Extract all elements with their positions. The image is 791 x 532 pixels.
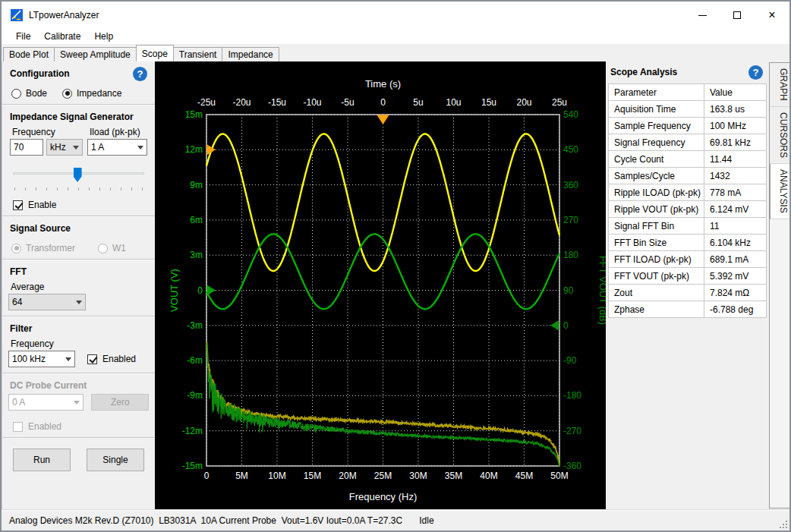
svg-text:90: 90 (563, 285, 574, 296)
iload-select[interactable]: 1 A (87, 139, 147, 156)
divider (2, 373, 155, 374)
radio-transformer-label: Transformer (26, 243, 75, 253)
svg-text:-270: -270 (563, 426, 581, 436)
tab-impedance[interactable]: Impedance (222, 47, 279, 61)
value-cell: 1432 (704, 168, 767, 184)
vout-axis-title: VOUT (V) (169, 269, 180, 312)
analysis-title: Scope Analysis (608, 64, 767, 82)
filter-title: Filter (8, 321, 149, 335)
time-zero-marker[interactable] (377, 115, 389, 125)
svg-text:10M: 10M (268, 471, 285, 481)
svg-text:-6m: -6m (187, 355, 203, 366)
svg-text:15M: 15M (304, 471, 321, 481)
minimize-icon (698, 15, 707, 16)
scope-plot: -25u-20u-15u-10u-5u05u10u15u20u25u05M10M… (155, 61, 606, 509)
svg-text:3m: 3m (190, 250, 203, 260)
svg-text:45M: 45M (515, 471, 533, 481)
frequency-unit-select[interactable]: kHz (46, 139, 83, 156)
filter-frequency-label: Frequency (11, 338, 149, 349)
filter-frequency-select[interactable]: 100 kHz (8, 351, 75, 367)
chevron-down-icon (65, 357, 71, 361)
fft-average-select[interactable]: 64 (8, 294, 86, 310)
frequency-input[interactable]: 70 (10, 139, 43, 156)
analysis-help-icon[interactable]: ? (748, 65, 763, 80)
fft-ref-marker[interactable] (550, 320, 559, 331)
fft-axis-title: FFT VOUT (dB) (597, 256, 606, 325)
value-cell: 11.44 (704, 151, 767, 168)
slider-thumb[interactable] (74, 168, 82, 182)
radio-transformer (11, 244, 21, 253)
frequency-axis-title: Frequency (Hz) (349, 491, 418, 502)
parameter-cell: Ripple ILOAD (pk-pk) (609, 184, 704, 201)
radio-impedance[interactable] (62, 89, 72, 99)
value-cell: 69.81 kHz (704, 134, 767, 151)
signal-source-title: Signal Source (8, 221, 149, 235)
radio-impedance-label[interactable]: Impedance (77, 88, 121, 99)
divider (2, 104, 155, 105)
amplitude-slider[interactable] (13, 168, 144, 190)
svg-text:-9m: -9m (187, 390, 203, 401)
table-row: Zout7.824 mΩ (609, 285, 767, 301)
svg-text:20M: 20M (339, 471, 356, 481)
enable-label[interactable]: Enable (28, 200, 56, 210)
side-tab-analysis[interactable]: ANALYSIS (770, 164, 789, 219)
filter-enabled-label[interactable]: Enabled (102, 354, 136, 364)
value-cell: 6.124 mV (704, 201, 767, 218)
iload-value: 1 A (91, 142, 104, 153)
svg-text:9m: 9m (190, 180, 203, 190)
svg-text:-180: -180 (563, 390, 581, 401)
radio-bode[interactable] (11, 89, 21, 99)
configuration-title: Configuration (8, 66, 149, 80)
menu-item-help[interactable]: Help (87, 30, 120, 43)
table-row: Signal FFT Bin11 (609, 218, 767, 235)
table-row: Cycle Count11.44 (609, 151, 767, 168)
svg-text:-15m: -15m (182, 461, 203, 471)
run-button[interactable]: Run (13, 449, 71, 471)
table-row: Aquisition Time163.8 us (609, 101, 767, 118)
tab-sweep-amplitude[interactable]: Sweep Amplitude (54, 47, 137, 61)
maximize-button[interactable] (720, 2, 755, 29)
tab-scope[interactable]: Scope (136, 45, 174, 61)
parameter-cell: FFT ILOAD (pk-pk) (609, 251, 704, 268)
fft-title: FFT (8, 264, 149, 279)
svg-text:-3m: -3m (187, 320, 203, 331)
radio-bode-label[interactable]: Bode (26, 88, 47, 99)
svg-text:360: 360 (563, 180, 578, 190)
radio-w1-label: W1 (112, 243, 126, 253)
filter-enabled-checkbox[interactable] (87, 354, 97, 364)
svg-text:35M: 35M (445, 471, 462, 481)
svg-text:540: 540 (563, 109, 578, 120)
svg-text:0: 0 (380, 97, 386, 108)
scope-plot-area: -25u-20u-15u-10u-5u05u10u15u20u25u05M10M… (155, 61, 606, 509)
value-cell: 689.1 mA (704, 251, 767, 268)
table-row: Ripple VOUT (pk-pk)6.124 mV (609, 201, 767, 218)
svg-text:30M: 30M (409, 471, 427, 481)
enable-checkbox[interactable] (13, 200, 23, 210)
minimize-button[interactable] (685, 2, 720, 29)
configuration-help-icon[interactable]: ? (133, 67, 147, 81)
table-row: Ripple ILOAD (pk-pk)778 mA (609, 184, 767, 201)
parameter-cell: Aquisition Time (609, 101, 704, 118)
signal-generator-title: Impedance Signal Generator (8, 109, 149, 124)
svg-text:5M: 5M (235, 471, 248, 481)
iload-level-marker[interactable] (207, 144, 216, 155)
vout-zero-marker[interactable] (207, 285, 216, 296)
time-axis-title: Time (s) (365, 78, 401, 90)
single-button[interactable]: Single (87, 449, 144, 471)
close-button[interactable]: × (755, 2, 789, 29)
menu-item-file[interactable]: File (9, 30, 37, 43)
tab-transient[interactable]: Transient (173, 47, 223, 61)
zero-button: Zero (91, 394, 149, 411)
parameter-cell: Zout (609, 285, 704, 301)
app-window: LTpowerAnalyzer × FileCalibrateHelp Bode… (0, 0, 791, 532)
window-title: LTpowerAnalyzer (29, 10, 99, 20)
side-tab-graph[interactable]: GRAPH (770, 63, 789, 107)
menu-item-calibrate[interactable]: Calibrate (37, 30, 87, 43)
side-tab-cursors[interactable]: CURSORS (770, 107, 789, 164)
control-sidebar: Configuration ? Bode Impedance Impedance… (2, 61, 155, 509)
svg-text:-10u: -10u (303, 97, 321, 108)
device-status-text: Analog Devices M2k Rev.D (Z7010) LB3031A… (9, 515, 402, 526)
title-bar: LTpowerAnalyzer × (2, 2, 789, 29)
tab-bode-plot[interactable]: Bode Plot (3, 47, 55, 61)
resize-grip[interactable] (778, 519, 787, 528)
